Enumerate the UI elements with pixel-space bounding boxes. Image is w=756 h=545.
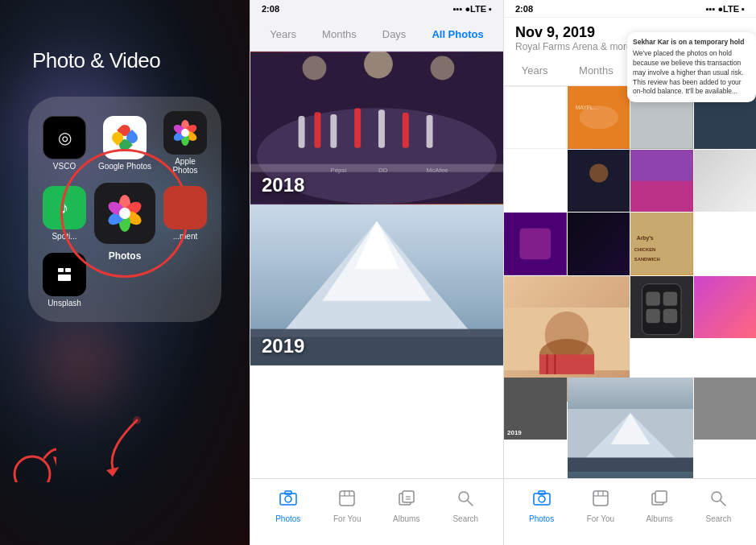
ap-albums-label: Albums (646, 514, 672, 523)
photo-cell-4 (504, 86, 567, 149)
view-switcher-years[interactable]: Years Months Days All Photos (250, 18, 503, 52)
photo-cell-8[interactable] (504, 213, 567, 275)
tab-photos[interactable]: Photos (258, 489, 318, 523)
tab-search-label: Search (452, 514, 478, 523)
svg-point-88 (539, 496, 545, 502)
ap-for-you-btn[interactable]: For You (571, 489, 630, 523)
ap-search-label: Search (706, 514, 732, 523)
photo-cell-screen[interactable] (630, 276, 693, 339)
tab-for-you-label: For You (333, 514, 361, 523)
tab-months[interactable]: Months (309, 23, 370, 45)
vsco-label: VSCO (53, 162, 76, 171)
photo-cell-1[interactable]: MAYFL... (568, 86, 630, 149)
svg-rect-16 (65, 268, 71, 272)
svg-point-52 (459, 492, 469, 502)
app-apple-photos-mini[interactable]: Apple Photos (163, 111, 207, 175)
photo-cell-7[interactable] (694, 150, 757, 213)
tab-years[interactable]: Years (257, 23, 309, 45)
home-screen-title: Photo & Video (32, 48, 160, 73)
notification-body: We've placed the photos on hold because … (633, 49, 750, 97)
svg-rect-27 (427, 115, 433, 148)
ap-search-btn[interactable]: Search (689, 489, 748, 523)
tab-albums[interactable]: Albums (377, 489, 436, 523)
tab-search[interactable]: Search (436, 489, 496, 523)
allphotos-tab-bar: Photos For You Albums (504, 478, 756, 545)
allphotos-grid: MAYFL... (504, 86, 756, 478)
photo-cell-year-label: 2019 (504, 378, 567, 440)
svg-point-6 (181, 129, 189, 137)
years-tab-bar: Photos For You A (250, 478, 503, 545)
svg-rect-81 (646, 308, 659, 322)
blur-circle-3 (40, 322, 121, 403)
svg-rect-82 (663, 308, 677, 322)
tab-photos-label: Photos (275, 514, 300, 523)
tab-albums-label: Albums (393, 514, 419, 523)
photo-cell-pink2[interactable] (694, 276, 757, 339)
svg-text:SANDWICH: SANDWICH (634, 257, 660, 262)
svg-rect-15 (58, 275, 71, 281)
search-tab-icon (456, 489, 474, 512)
ap-albums-icon (651, 489, 668, 512)
allphotos-date: Nov 9, 2019 (515, 24, 632, 41)
app-folder[interactable]: VSCO Google Photos (28, 97, 221, 322)
unsplash-label: Unsplash (48, 299, 81, 308)
svg-rect-90 (593, 491, 608, 506)
svg-rect-23 (330, 114, 337, 148)
status-time-allphotos: 2:08 (515, 4, 533, 14)
ap-albums-btn[interactable]: Albums (630, 489, 689, 523)
photo-cell-10[interactable]: Arby's CHICKEN SANDWICH (630, 213, 693, 275)
allphotos-location: Royal Farms Arena & more (515, 41, 632, 52)
svg-text:Pepsi: Pepsi (330, 167, 346, 174)
tab-days[interactable]: Days (370, 23, 419, 45)
app-vsco[interactable]: VSCO (43, 111, 86, 175)
svg-line-53 (468, 501, 473, 506)
ap-for-you-icon (592, 489, 609, 512)
svg-rect-21 (299, 116, 305, 148)
ap-tab-years[interactable]: Years (504, 56, 565, 85)
photo-cell-6[interactable] (630, 150, 693, 213)
svg-text:CHICKEN: CHICKEN (634, 247, 655, 252)
photo-cell-5[interactable] (568, 150, 630, 213)
tab-all-photos[interactable]: All Photos (419, 23, 496, 45)
albums-tab-icon (398, 489, 415, 512)
svg-rect-66 (519, 228, 551, 259)
svg-rect-44 (340, 491, 354, 506)
for-you-tab-icon (338, 489, 356, 512)
svg-rect-24 (354, 108, 361, 148)
svg-point-42 (285, 496, 291, 502)
svg-rect-87 (534, 493, 550, 505)
svg-line-97 (721, 501, 725, 506)
status-bar-allphotos: 2:08 ▪▪▪ ●LTE ▪ (504, 0, 756, 18)
year-2019-label: 2019 (262, 335, 304, 357)
notification-card: Sekhar Kar is on a temporary hold We've … (627, 32, 756, 102)
ap-tab-months[interactable]: Months (565, 56, 626, 85)
svg-point-18 (133, 416, 141, 424)
svg-point-28 (303, 56, 327, 81)
year-2018-label: 2018 (262, 174, 304, 196)
app-unsplash[interactable]: Unsplash (43, 252, 86, 308)
allphotos-header: Nov 9, 2019 Royal Farms Arena & more Sel… (504, 18, 756, 56)
svg-rect-79 (646, 291, 659, 305)
ap-photos-tab-icon (532, 489, 552, 512)
vsco-icon (43, 116, 86, 159)
misc-icon (163, 186, 207, 229)
svg-text:McAfee: McAfee (427, 167, 448, 174)
svg-point-30 (431, 56, 455, 81)
ap-tab-photos-btn[interactable]: Photos (512, 489, 571, 523)
svg-point-62 (589, 163, 608, 182)
year-2019-section: 2019 (250, 204, 503, 365)
svg-rect-22 (314, 112, 320, 148)
svg-text:Arby's: Arby's (637, 235, 654, 242)
photos-center-wrapper[interactable]: Photos (94, 183, 155, 244)
svg-rect-31 (250, 164, 503, 172)
svg-rect-26 (403, 113, 409, 148)
svg-rect-41 (280, 493, 296, 505)
tab-for-you[interactable]: For You (318, 489, 378, 523)
photo-cell-9[interactable] (568, 213, 630, 275)
svg-rect-95 (655, 491, 667, 502)
photos-tab-icon (279, 489, 298, 512)
photo-cell-mountain2[interactable] (568, 378, 693, 478)
svg-point-96 (712, 492, 721, 502)
svg-text:DD: DD (378, 167, 388, 174)
svg-rect-14 (58, 268, 64, 272)
